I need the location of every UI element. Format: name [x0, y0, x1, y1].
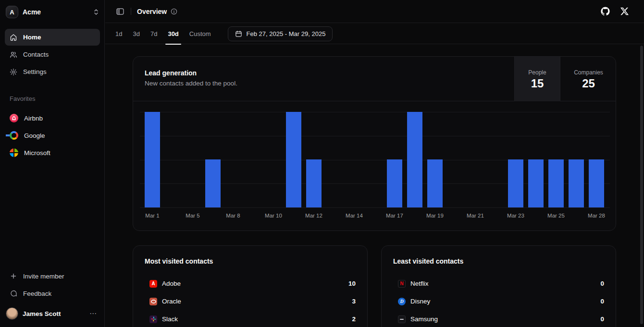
date-range-picker[interactable]: Feb 27, 2025 - Mar 29, 2025 [228, 26, 333, 41]
sidebar-item-home[interactable]: Home [5, 29, 100, 46]
stat-tab-people[interactable]: People 15 [514, 57, 560, 101]
range-filter-bar: 1d 3d 7d 30d Custom Feb 27, 2025 - Mar 2… [105, 24, 644, 44]
favorite-item-airbnb[interactable]: Airbnb [5, 109, 100, 127]
lead-card-title: Lead generation [145, 69, 197, 77]
favorite-item-microsoft[interactable]: Microsoft [5, 144, 100, 161]
chart-x-tick-label: Mar 21 [461, 213, 490, 218]
microsoft-logo-icon [10, 148, 18, 157]
workspace-switcher[interactable]: A Acme [0, 5, 105, 19]
most-visited-title: Most visited contacts [145, 257, 213, 265]
chart-bar-mar-23[interactable] [508, 159, 523, 207]
chart-bar-mar-17[interactable] [387, 159, 402, 207]
sidebar-item-label: Home [23, 34, 41, 41]
disney-logo-icon: D [398, 298, 406, 305]
chart-gridline [140, 207, 610, 208]
favorites-list: Airbnb Google Microsoft [5, 109, 100, 161]
chart-bar-mar-11[interactable] [286, 112, 301, 207]
chart-x-tick-label: Mar 23 [501, 213, 530, 218]
topbar-divider [131, 8, 131, 15]
feedback-label: Feedback [23, 290, 51, 297]
least-visited-title: Least visited contacts [393, 257, 463, 265]
scrollbar-thumb[interactable] [640, 46, 643, 324]
slack-logo-icon [149, 315, 157, 323]
stat-tab-value: 15 [531, 78, 544, 89]
page-title: Overview [137, 8, 167, 15]
contact-row-samsung[interactable]: Samsung 0 [382, 310, 616, 327]
chart-x-tick-label: Mar 19 [421, 213, 449, 218]
sidebar-nav: Home Contacts Settings [5, 29, 100, 81]
chart-bar-mar-18[interactable] [407, 112, 422, 207]
user-menu[interactable]: James Scott ⋯ [0, 304, 105, 323]
sidebar-footer-links: Invite member Feedback [5, 267, 100, 302]
sidebar-item-contacts[interactable]: Contacts [5, 46, 100, 63]
sidebar-item-label: Settings [23, 68, 47, 75]
sidebar-item-settings[interactable]: Settings [5, 63, 100, 80]
github-icon[interactable] [601, 7, 610, 16]
date-range-text: Feb 27, 2025 - Mar 29, 2025 [247, 30, 326, 37]
chart-x-tick-label: Mar 8 [219, 213, 248, 218]
contact-visits: 3 [352, 298, 356, 305]
contact-name: Disney [410, 298, 600, 305]
user-options-button[interactable]: ⋯ [87, 309, 99, 318]
stat-tab-value: 25 [582, 78, 595, 89]
contact-row-slack[interactable]: Slack 2 [133, 310, 367, 327]
x-twitter-icon[interactable] [620, 7, 629, 15]
least-visited-rows: N Netflix 0 D Disney 0 Samsung 0 [382, 275, 616, 327]
contact-visits: 10 [348, 280, 356, 287]
contact-visits: 2 [352, 315, 356, 323]
sidebar-toggle-icon[interactable] [115, 7, 125, 16]
home-icon [10, 34, 17, 41]
chart-bar-mar-28[interactable] [589, 159, 604, 207]
contact-visits: 0 [600, 298, 604, 305]
range-tab-1d[interactable]: 1d [110, 24, 127, 44]
contact-row-disney[interactable]: D Disney 0 [382, 292, 616, 310]
contact-row-adobe[interactable]: A Adobe 10 [133, 275, 367, 292]
info-icon[interactable] [171, 8, 177, 15]
contact-row-oracle[interactable]: Oracle 3 [133, 292, 367, 310]
stat-tab-companies[interactable]: Companies 25 [560, 57, 616, 101]
range-tab-3d[interactable]: 3d [127, 24, 145, 44]
favorite-item-label: Google [24, 132, 45, 139]
adobe-logo-icon: A [149, 280, 157, 288]
stat-tab-label: People [528, 69, 546, 76]
plus-icon [10, 272, 17, 280]
range-tab-7d[interactable]: 7d [145, 24, 162, 44]
chart-bar-mar-26[interactable] [569, 159, 584, 207]
favorite-item-label: Airbnb [24, 115, 43, 122]
airbnb-logo-icon [10, 114, 18, 122]
range-tab-30d[interactable]: 30d [162, 24, 184, 44]
range-tab-custom[interactable]: Custom [184, 24, 216, 44]
lead-generation-card: Mar 1Mar 5Mar 8Mar 10Mar 12Mar 14Mar 17M… [133, 56, 616, 231]
chart-bar-mar-24[interactable] [528, 159, 544, 207]
chart-x-tick-label: Mar 14 [340, 213, 369, 218]
sidebar-item-label: Contacts [23, 51, 49, 58]
avatar [6, 307, 18, 320]
topbar-actions [601, 7, 644, 16]
contact-name: Oracle [162, 298, 352, 305]
contact-visits: 0 [600, 280, 604, 287]
chart-x-tick-label: Mar 28 [582, 213, 611, 218]
chart-x-tick-label: Mar 1 [138, 213, 167, 218]
user-name: James Scott [23, 310, 87, 317]
chart-x-tick-label: Mar 25 [542, 213, 570, 218]
feedback-button[interactable]: Feedback [5, 285, 100, 302]
favorite-item-google[interactable]: Google [5, 127, 100, 144]
chat-bubble-icon [10, 290, 17, 297]
contact-row-netflix[interactable]: N Netflix 0 [382, 275, 616, 292]
most-visited-card: Most visited contacts A Adobe 10 Oracle … [133, 245, 368, 327]
chart-bar-mar-19[interactable] [427, 159, 443, 207]
contact-visits: 0 [600, 315, 604, 323]
favorite-item-label: Microsoft [24, 149, 50, 157]
contact-name: Adobe [162, 280, 348, 287]
contact-name: Netflix [410, 280, 600, 287]
chart-bar-mar-1[interactable] [145, 112, 160, 207]
chart-x-tick-label: Mar 17 [380, 213, 409, 218]
lead-card-subtitle: New contacts added to the pool. [145, 80, 237, 87]
chart-bar-mar-12[interactable] [306, 159, 322, 207]
chart-gridline [140, 112, 610, 112]
chart-x-tick-label: Mar 5 [178, 213, 207, 218]
calendar-icon [235, 30, 242, 37]
chart-bar-mar-25[interactable] [548, 159, 564, 207]
chart-bar-mar-6[interactable] [205, 159, 221, 207]
invite-member-button[interactable]: Invite member [5, 267, 100, 285]
